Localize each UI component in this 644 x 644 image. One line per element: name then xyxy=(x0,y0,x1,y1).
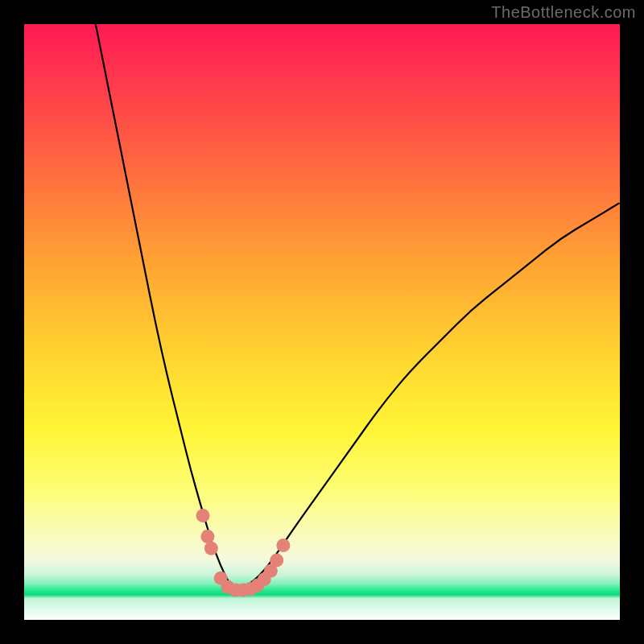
marker-dot xyxy=(204,542,218,555)
marker-dots-group xyxy=(196,509,291,597)
outer-black-frame: TheBottleneck.com xyxy=(0,0,644,644)
marker-dot xyxy=(196,509,210,522)
watermark-text: TheBottleneck.com xyxy=(491,3,636,22)
bottleneck-curve-svg xyxy=(24,24,620,620)
marker-dot xyxy=(270,554,283,568)
curve-right-branch xyxy=(236,203,620,590)
marker-dot xyxy=(200,530,214,543)
plot-area xyxy=(24,24,620,620)
marker-dot xyxy=(276,539,290,552)
curve-left-branch xyxy=(96,24,236,590)
